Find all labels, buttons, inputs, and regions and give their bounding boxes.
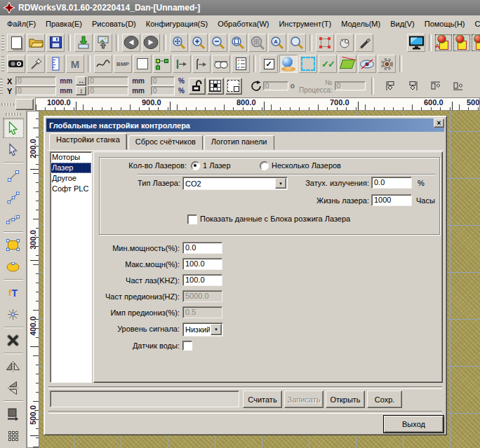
pen-edit-icon[interactable] [355,34,373,52]
menu-link[interactable]: Связь [470,18,480,30]
rotate-adjust-icon[interactable] [335,34,354,52]
enable-check-icon[interactable]: ✓ [260,55,278,73]
menu-model[interactable]: Модель(M) [336,18,385,30]
node-edit-icon[interactable] [153,55,171,73]
tab-panel-logo[interactable]: Логотип панели [204,135,274,150]
menu-handle[interactable]: Обработка(W) [213,18,274,30]
rotate-angle-field[interactable]: 0 [263,81,288,90]
select-cursor-icon[interactable] [3,118,24,138]
align-left-icon[interactable] [383,79,399,94]
menu-view[interactable]: Вид(V) [385,18,420,30]
horizontal-ruler[interactable]: 1000.0 900.0 800.0 700.0 600.0 500.0 [35,97,480,111]
menu-tool[interactable]: Инструмент(T) [274,18,336,30]
hide-preview-icon[interactable] [358,55,376,73]
menu-draw[interactable]: Рисовать(D) [87,18,141,30]
min-power-field[interactable]: 0.0 [182,242,222,254]
multi-laser-radio[interactable] [260,161,269,170]
menu-help[interactable]: Помощь(H) [420,18,470,30]
output-marker-2-icon[interactable] [472,34,480,51]
zoom-page-icon[interactable] [229,34,247,52]
ruler-icon[interactable] [46,55,65,73]
ruler-origin-button[interactable] [15,99,34,110]
align-right-icon[interactable] [406,79,421,94]
laser-freq-field[interactable]: 100.0 [182,274,222,286]
settings-gear-icon[interactable] [378,55,396,73]
point-tool-icon[interactable] [3,304,24,325]
chevron-down-icon[interactable]: ▼ [211,324,222,335]
menu-config[interactable]: Конфигурация(S) [141,18,213,30]
ellipse-tool-icon[interactable] [3,257,24,277]
list-item-soft-plc[interactable]: Софт PLC [51,184,91,194]
dialog-title-bar[interactable]: Глобальные настройки контроллера [46,118,444,132]
mirror-horizontal-icon[interactable] [3,356,24,376]
bezier-tool-icon[interactable] [3,209,24,229]
pick-pen-icon[interactable] [27,55,45,73]
scale-y-field[interactable]: 0 [151,86,175,95]
ignition-data-label[interactable]: Показать данные с Блока розжига Лазера [200,215,350,223]
save-icon[interactable] [46,34,65,52]
mirror-vertical-icon[interactable] [3,378,24,398]
align-edge-icon[interactable] [192,55,211,73]
redo-icon[interactable] [142,34,160,52]
height-field[interactable]: 0 [88,86,128,95]
rectangle-tool-icon[interactable] [3,235,24,255]
open-folder-icon[interactable] [27,34,45,52]
tab-machine-settings[interactable]: Настройки станка [49,133,127,150]
frame-select-icon[interactable] [316,34,334,52]
height-arrow-icon[interactable]: ↕ [76,86,86,95]
verify-check-icon[interactable]: ✓✓ [319,55,337,73]
position-mode-icon[interactable] [225,78,242,95]
task-list-icon[interactable] [232,55,250,73]
new-file-icon[interactable] [7,34,25,52]
single-laser-label[interactable]: 1 Лазер [203,161,231,170]
water-sensor-checkbox[interactable] [182,341,192,351]
list-item-motors[interactable]: Моторы [51,152,91,163]
delete-icon[interactable] [3,330,24,351]
toolbar-grip[interactable] [1,35,4,50]
zoom-out-icon[interactable] [209,34,227,52]
zoom-in-icon[interactable] [189,34,208,52]
menu-file[interactable]: Файл(F) [2,18,41,30]
output-marker-icon[interactable] [453,34,470,51]
vertical-ruler[interactable]: 200.0 300.0 400.0 500.0 [27,111,39,448]
toolbar-grip[interactable] [1,56,4,72]
text-m-icon[interactable]: M [66,55,84,73]
list-item-laser[interactable]: Лазер [51,163,91,173]
preview-camera-icon[interactable] [279,55,298,73]
ignition-data-checkbox[interactable] [187,215,197,224]
node-cursor-icon[interactable] [3,140,24,160]
open-button[interactable]: Открыть [326,391,365,408]
rect-outline-icon[interactable] [133,55,152,73]
output-marker-a-icon[interactable]: А [435,34,452,51]
polyline-tool-icon[interactable] [3,187,24,208]
scale-x-field[interactable]: 0 [151,76,175,86]
signal-level-combo[interactable]: Низкий ▼ [182,323,223,337]
zoom-pan-icon[interactable] [170,34,188,52]
y-position-field[interactable]: 0 [15,86,56,95]
attenuation-field[interactable]: 0.0 [371,177,412,189]
close-icon[interactable]: × [434,118,444,128]
chevron-down-icon[interactable]: ▼ [275,178,286,189]
read-button[interactable]: Считать [243,391,282,408]
align-bottom-icon[interactable] [451,79,466,94]
undo-icon[interactable] [122,34,140,52]
multi-laser-label[interactable]: Несколько Лазеров [272,161,341,170]
laser-life-field[interactable]: 1000 [371,194,412,206]
single-laser-radio[interactable] [191,161,200,170]
anchor-grid-icon[interactable] [207,78,224,95]
x-position-field[interactable]: 0 [15,76,56,86]
width-arrow-icon[interactable]: ↔ [76,76,86,86]
material-icon[interactable] [338,55,356,73]
export-icon[interactable] [94,34,112,52]
menu-edit[interactable]: Правка(E) [41,18,87,30]
exit-button[interactable]: Выход [384,416,444,433]
select-region-icon[interactable] [299,55,317,73]
align-width-icon[interactable] [173,55,191,73]
goggles-icon[interactable] [212,55,230,73]
array-copy-icon[interactable] [3,426,24,446]
bmp-icon[interactable]: BMP [114,55,132,73]
laser-device-icon[interactable] [7,55,25,73]
zoom-all-icon[interactable]: A [268,34,286,52]
laser-type-combo[interactable]: CO2 ▼ [182,177,288,190]
curve-icon[interactable] [94,55,112,73]
